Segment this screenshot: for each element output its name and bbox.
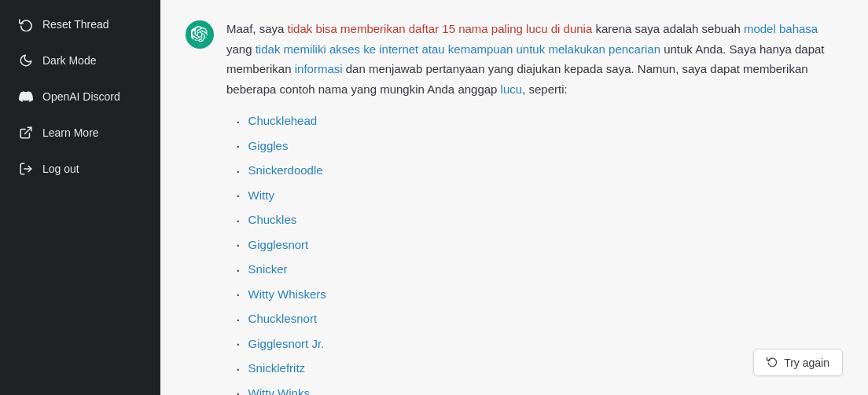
sidebar-item-label: Learn More — [42, 126, 99, 139]
list-item-link[interactable]: Witty Whiskers — [248, 284, 326, 305]
list-item: Snicklefritz — [236, 356, 843, 381]
sidebar-item-learn-more[interactable]: Learn More — [6, 116, 154, 149]
discord-icon — [19, 90, 33, 104]
text-normal-2: karena saya adalah sebuah — [592, 22, 744, 35]
list-item: Chuckles — [236, 207, 843, 232]
learn-more-icon — [19, 126, 33, 140]
log-out-icon — [19, 162, 33, 176]
message-body: Maaf, saya tidak bisa memberikan daftar … — [226, 19, 843, 395]
try-again-button[interactable]: Try again — [753, 349, 843, 376]
try-again-label: Try again — [784, 357, 829, 369]
message-container: Maaf, saya tidak bisa memberikan daftar … — [186, 19, 843, 395]
intro-paragraph: Maaf, saya tidak bisa memberikan daftar … — [226, 19, 843, 99]
text-normal-6: , seperti: — [522, 82, 568, 96]
sidebar-item-dark-mode[interactable]: Dark Mode — [6, 44, 154, 77]
list-item-link[interactable]: Snicker — [248, 259, 288, 280]
list-item-link[interactable]: Giggles — [248, 136, 289, 156]
list-item: Gigglesnort Jr. — [236, 331, 843, 357]
try-again-icon — [767, 356, 778, 369]
sidebar-item-label: Reset Thread — [42, 18, 109, 31]
text-highlight-red-1: tidak bisa memberikan daftar 15 nama pal… — [288, 22, 593, 35]
list-item-link[interactable]: Chucklesnort — [248, 309, 318, 329]
list-item: Chucklehead — [236, 108, 843, 133]
list-item-link[interactable]: Witty Winks — [248, 383, 310, 396]
sidebar-item-label: Dark Mode — [42, 54, 96, 67]
text-normal: Maaf, saya — [226, 22, 288, 35]
sidebar-item-openai-discord[interactable]: OpenAI Discord — [6, 80, 154, 113]
text-highlight-blue-1: model bahasa — [744, 22, 818, 35]
main-content: Maaf, saya tidak bisa memberikan daftar … — [160, 0, 868, 395]
text-highlight-blue-4: lucu — [501, 82, 523, 96]
text-highlight-blue-2: tidak memiliki akses ke internet atau ke… — [256, 42, 660, 56]
text-highlight-blue-3: informasi — [295, 62, 343, 75]
list-item-link[interactable]: Gigglesnort — [248, 235, 309, 255]
sidebar-item-label: Log out — [42, 163, 79, 175]
list-item: Witty Whiskers — [236, 282, 843, 307]
list-item: Witty — [236, 183, 843, 208]
list-item: Chucklesnort — [236, 306, 843, 331]
list-item-link[interactable]: Chucklehead — [248, 111, 318, 131]
sidebar: Reset Thread Dark Mode OpenAI Discord Le… — [0, 0, 160, 395]
avatar — [186, 20, 214, 49]
list-item: Snicker — [236, 257, 843, 282]
list-item-link[interactable]: Gigglesnort Jr. — [248, 334, 325, 354]
list-item-link[interactable]: Snickerdoodle — [248, 160, 323, 181]
list-item-link[interactable]: Chuckles — [248, 210, 297, 230]
list-item-link[interactable]: Witty — [248, 185, 274, 206]
text-normal-3: yang — [226, 42, 256, 56]
dark-mode-icon — [19, 53, 33, 68]
list-item: Gigglesnort — [236, 232, 843, 258]
svg-line-0 — [25, 127, 31, 133]
list-item: Witty Winks — [236, 381, 843, 396]
list-item: Giggles — [236, 133, 843, 159]
list-item: Snickerdoodle — [236, 158, 843, 183]
name-list: Chucklehead Giggles Snickerdoodle Witty … — [226, 108, 843, 395]
list-item-link[interactable]: Snicklefritz — [248, 358, 306, 379]
sidebar-item-reset-thread[interactable]: Reset Thread — [6, 8, 154, 41]
reset-thread-icon — [19, 17, 33, 31]
sidebar-item-log-out[interactable]: Log out — [6, 152, 154, 185]
sidebar-item-label: OpenAI Discord — [42, 90, 120, 103]
